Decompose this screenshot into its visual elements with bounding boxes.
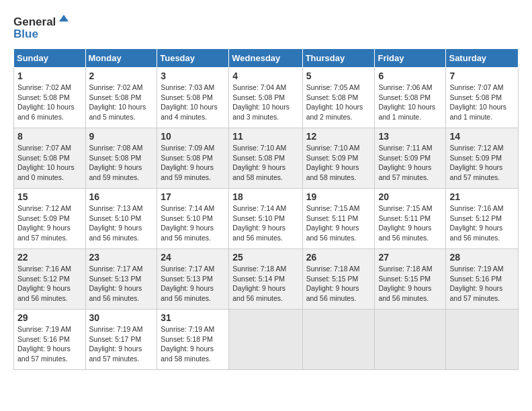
calendar-cell: 25Sunrise: 7:18 AMSunset: 5:14 PMDayligh… bbox=[229, 249, 302, 310]
calendar-cell: 5Sunrise: 7:05 AMSunset: 5:08 PMDaylight… bbox=[302, 68, 375, 128]
day-number: 20 bbox=[378, 191, 442, 202]
cell-sun-info: Sunrise: 7:10 AMSunset: 5:09 PMDaylight:… bbox=[306, 143, 371, 183]
day-number: 29 bbox=[17, 312, 82, 323]
day-number: 15 bbox=[17, 191, 82, 202]
day-number: 12 bbox=[306, 131, 371, 142]
calendar-cell: 19Sunrise: 7:15 AMSunset: 5:11 PMDayligh… bbox=[302, 189, 375, 249]
calendar-table: SundayMondayTuesdayWednesdayThursdayFrid… bbox=[13, 48, 519, 370]
calendar-cell: 13Sunrise: 7:11 AMSunset: 5:09 PMDayligh… bbox=[375, 128, 446, 189]
cell-sun-info: Sunrise: 7:19 AMSunset: 5:16 PMDaylight:… bbox=[17, 324, 82, 364]
calendar-cell bbox=[375, 310, 446, 370]
day-number: 9 bbox=[89, 131, 154, 142]
day-number: 16 bbox=[89, 191, 154, 202]
calendar-cell: 9Sunrise: 7:08 AMSunset: 5:08 PMDaylight… bbox=[85, 128, 157, 189]
calendar-cell: 17Sunrise: 7:14 AMSunset: 5:10 PMDayligh… bbox=[157, 189, 229, 249]
calendar-cell: 15Sunrise: 7:12 AMSunset: 5:09 PMDayligh… bbox=[14, 189, 86, 249]
cell-sun-info: Sunrise: 7:18 AMSunset: 5:14 PMDaylight:… bbox=[232, 264, 298, 304]
calendar-cell: 11Sunrise: 7:10 AMSunset: 5:08 PMDayligh… bbox=[229, 128, 302, 189]
day-header-friday: Friday bbox=[375, 49, 446, 68]
day-header-wednesday: Wednesday bbox=[229, 49, 302, 68]
day-number: 7 bbox=[449, 71, 515, 81]
cell-sun-info: Sunrise: 7:16 AMSunset: 5:12 PMDaylight:… bbox=[17, 264, 82, 304]
cell-sun-info: Sunrise: 7:14 AMSunset: 5:10 PMDaylight:… bbox=[232, 203, 298, 243]
day-number: 8 bbox=[17, 131, 82, 142]
day-header-thursday: Thursday bbox=[302, 49, 375, 68]
calendar-cell: 8Sunrise: 7:07 AMSunset: 5:08 PMDaylight… bbox=[14, 128, 86, 189]
calendar-cell: 12Sunrise: 7:10 AMSunset: 5:09 PMDayligh… bbox=[302, 128, 375, 189]
cell-sun-info: Sunrise: 7:19 AMSunset: 5:16 PMDaylight:… bbox=[449, 264, 515, 304]
cell-sun-info: Sunrise: 7:17 AMSunset: 5:13 PMDaylight:… bbox=[89, 264, 154, 304]
calendar-cell: 4Sunrise: 7:04 AMSunset: 5:08 PMDaylight… bbox=[229, 68, 302, 128]
cell-sun-info: Sunrise: 7:10 AMSunset: 5:08 PMDaylight:… bbox=[232, 143, 298, 183]
cell-sun-info: Sunrise: 7:05 AMSunset: 5:08 PMDaylight:… bbox=[306, 83, 371, 122]
calendar-cell: 28Sunrise: 7:19 AMSunset: 5:16 PMDayligh… bbox=[446, 249, 519, 310]
day-number: 5 bbox=[306, 71, 371, 81]
calendar-week-row: 1Sunrise: 7:02 AMSunset: 5:08 PMDaylight… bbox=[14, 68, 519, 128]
svg-text:Blue: Blue bbox=[13, 28, 38, 40]
cell-sun-info: Sunrise: 7:07 AMSunset: 5:08 PMDaylight:… bbox=[449, 83, 515, 122]
calendar-cell: 31Sunrise: 7:19 AMSunset: 5:18 PMDayligh… bbox=[157, 310, 229, 370]
day-number: 11 bbox=[232, 131, 298, 142]
calendar-cell: 24Sunrise: 7:17 AMSunset: 5:13 PMDayligh… bbox=[157, 249, 229, 310]
svg-marker-1 bbox=[59, 15, 69, 21]
day-number: 2 bbox=[89, 71, 154, 81]
cell-sun-info: Sunrise: 7:12 AMSunset: 5:09 PMDaylight:… bbox=[449, 143, 515, 183]
calendar-cell bbox=[302, 310, 375, 370]
cell-sun-info: Sunrise: 7:13 AMSunset: 5:10 PMDaylight:… bbox=[89, 203, 154, 243]
day-number: 6 bbox=[378, 71, 442, 81]
calendar-cell: 21Sunrise: 7:16 AMSunset: 5:12 PMDayligh… bbox=[446, 189, 519, 249]
cell-sun-info: Sunrise: 7:08 AMSunset: 5:08 PMDaylight:… bbox=[89, 143, 154, 183]
calendar-cell: 7Sunrise: 7:07 AMSunset: 5:08 PMDaylight… bbox=[446, 68, 519, 128]
calendar-cell: 6Sunrise: 7:06 AMSunset: 5:08 PMDaylight… bbox=[375, 68, 446, 128]
day-number: 25 bbox=[232, 252, 298, 263]
svg-text:General: General bbox=[13, 15, 56, 28]
calendar-week-row: 15Sunrise: 7:12 AMSunset: 5:09 PMDayligh… bbox=[14, 189, 519, 249]
cell-sun-info: Sunrise: 7:15 AMSunset: 5:11 PMDaylight:… bbox=[306, 203, 371, 243]
cell-sun-info: Sunrise: 7:04 AMSunset: 5:08 PMDaylight:… bbox=[232, 83, 298, 122]
calendar-cell: 3Sunrise: 7:03 AMSunset: 5:08 PMDaylight… bbox=[157, 68, 229, 128]
day-number: 30 bbox=[89, 312, 154, 323]
day-header-tuesday: Tuesday bbox=[157, 49, 229, 68]
logo: General Blue bbox=[13, 13, 74, 42]
day-header-sunday: Sunday bbox=[14, 49, 86, 68]
calendar-cell: 10Sunrise: 7:09 AMSunset: 5:08 PMDayligh… bbox=[157, 128, 229, 189]
calendar-cell: 29Sunrise: 7:19 AMSunset: 5:16 PMDayligh… bbox=[14, 310, 86, 370]
cell-sun-info: Sunrise: 7:17 AMSunset: 5:13 PMDaylight:… bbox=[161, 264, 225, 304]
cell-sun-info: Sunrise: 7:03 AMSunset: 5:08 PMDaylight:… bbox=[161, 83, 225, 122]
calendar-week-row: 8Sunrise: 7:07 AMSunset: 5:08 PMDaylight… bbox=[14, 128, 519, 189]
day-number: 19 bbox=[306, 191, 371, 202]
day-number: 27 bbox=[378, 252, 442, 263]
cell-sun-info: Sunrise: 7:18 AMSunset: 5:15 PMDaylight:… bbox=[378, 264, 442, 304]
day-number: 21 bbox=[449, 191, 515, 202]
day-header-row: SundayMondayTuesdayWednesdayThursdayFrid… bbox=[14, 49, 519, 68]
calendar-cell bbox=[446, 310, 519, 370]
cell-sun-info: Sunrise: 7:09 AMSunset: 5:08 PMDaylight:… bbox=[161, 143, 225, 183]
day-header-saturday: Saturday bbox=[446, 49, 519, 68]
day-number: 14 bbox=[449, 131, 515, 142]
calendar-cell: 22Sunrise: 7:16 AMSunset: 5:12 PMDayligh… bbox=[14, 249, 86, 310]
calendar-week-row: 22Sunrise: 7:16 AMSunset: 5:12 PMDayligh… bbox=[14, 249, 519, 310]
day-number: 28 bbox=[449, 252, 515, 263]
cell-sun-info: Sunrise: 7:02 AMSunset: 5:08 PMDaylight:… bbox=[17, 83, 82, 122]
calendar-cell: 16Sunrise: 7:13 AMSunset: 5:10 PMDayligh… bbox=[85, 189, 157, 249]
cell-sun-info: Sunrise: 7:07 AMSunset: 5:08 PMDaylight:… bbox=[17, 143, 82, 183]
calendar-cell: 27Sunrise: 7:18 AMSunset: 5:15 PMDayligh… bbox=[375, 249, 446, 310]
cell-sun-info: Sunrise: 7:02 AMSunset: 5:08 PMDaylight:… bbox=[89, 83, 154, 122]
day-number: 1 bbox=[17, 71, 82, 81]
cell-sun-info: Sunrise: 7:16 AMSunset: 5:12 PMDaylight:… bbox=[449, 203, 515, 243]
calendar-cell: 23Sunrise: 7:17 AMSunset: 5:13 PMDayligh… bbox=[85, 249, 157, 310]
calendar-cell: 26Sunrise: 7:18 AMSunset: 5:15 PMDayligh… bbox=[302, 249, 375, 310]
day-number: 13 bbox=[378, 131, 442, 142]
day-number: 4 bbox=[232, 71, 298, 81]
calendar-cell: 2Sunrise: 7:02 AMSunset: 5:08 PMDaylight… bbox=[85, 68, 157, 128]
day-number: 26 bbox=[306, 252, 371, 263]
day-number: 23 bbox=[89, 252, 154, 263]
calendar-cell: 14Sunrise: 7:12 AMSunset: 5:09 PMDayligh… bbox=[446, 128, 519, 189]
day-number: 24 bbox=[161, 252, 225, 263]
day-number: 31 bbox=[161, 312, 225, 323]
calendar-cell: 1Sunrise: 7:02 AMSunset: 5:08 PMDaylight… bbox=[14, 68, 86, 128]
calendar-cell: 20Sunrise: 7:15 AMSunset: 5:11 PMDayligh… bbox=[375, 189, 446, 249]
cell-sun-info: Sunrise: 7:18 AMSunset: 5:15 PMDaylight:… bbox=[306, 264, 371, 304]
day-number: 18 bbox=[232, 191, 298, 202]
cell-sun-info: Sunrise: 7:14 AMSunset: 5:10 PMDaylight:… bbox=[161, 203, 225, 243]
